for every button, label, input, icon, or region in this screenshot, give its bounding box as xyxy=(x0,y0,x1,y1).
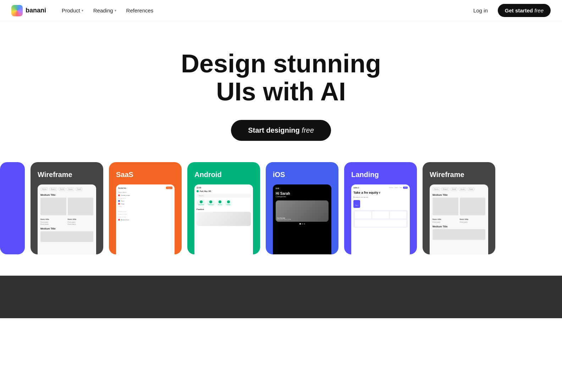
card-label-wireframe: Wireframe xyxy=(38,171,96,179)
card-wireframe2[interactable]: Wireframe HomeBoardSendAssetFeed Medium … xyxy=(423,162,495,254)
hero-section: Design stunning UIs with AI Start design… xyxy=(0,21,562,162)
nav-right: Log in Get started free xyxy=(468,4,551,17)
card-screen-android: 12:30 Park Way 185 Search... Dry food Ve… xyxy=(194,184,253,254)
logo-link[interactable]: banani xyxy=(11,5,46,16)
mock-landing: salto.// Product ▾ React ▾ Send Feed Tak… xyxy=(351,184,410,254)
mock-wireframe: HomeBoardSendAssetFeed Medium Title Item… xyxy=(38,184,96,254)
cta-button[interactable]: Get started free xyxy=(498,4,551,17)
hero-cta-button[interactable]: Start designing free xyxy=(231,120,331,141)
nav-links: Product ▾ Reading ▾ References xyxy=(57,5,158,16)
card-screen-landing: salto.// Product ▾ React ▾ Send Feed Tak… xyxy=(351,184,410,254)
card-label-ios: iOS xyxy=(273,171,331,179)
card-landing[interactable]: Landing salto.// Product ▾ React ▾ Send … xyxy=(344,162,417,254)
card-saas[interactable]: SaaS Acme Inc. Gary ▾ New client Similar… xyxy=(109,162,182,254)
card-wireframe[interactable]: Wireframe HomeBoardSendAssetFeed Medium … xyxy=(31,162,103,254)
card-screen-saas: Acme Inc. Gary ▾ New client Similar peop… xyxy=(116,184,175,254)
nav-reading[interactable]: Reading ▾ xyxy=(89,5,121,16)
card-screen-wireframe2: HomeBoardSendAssetFeed Medium Title Item… xyxy=(430,184,488,254)
card-label-landing: Landing xyxy=(351,171,410,179)
mock-ios: 9:41 Hi Sarah Categories Zoo Gundal Anim… xyxy=(273,184,331,254)
chevron-down-icon: ▾ xyxy=(82,9,83,12)
card-label-android: Android xyxy=(194,171,253,179)
chevron-down-icon: ▾ xyxy=(115,9,116,12)
mock-android: 12:30 Park Way 185 Search... Dry food Ve… xyxy=(194,184,253,254)
card-screen-ios: 9:41 Hi Sarah Categories Zoo Gundal Anim… xyxy=(273,184,331,254)
card-partial-left[interactable] xyxy=(0,162,25,254)
mock-saas: Acme Inc. Gary ▾ New client Similar peop… xyxy=(116,184,175,254)
mock-wireframe2: HomeBoardSendAssetFeed Medium Title Item… xyxy=(430,184,488,254)
card-label-wireframe2: Wireframe xyxy=(430,171,488,179)
logo-icon xyxy=(11,5,23,16)
footer xyxy=(0,276,562,318)
hero-title: Design stunning UIs with AI xyxy=(181,50,381,106)
nav-references[interactable]: References xyxy=(122,5,158,16)
cards-strip: Wireframe HomeBoardSendAssetFeed Medium … xyxy=(0,162,562,269)
nav-product[interactable]: Product ▾ xyxy=(57,5,88,16)
nav-left: banani Product ▾ Reading ▾ References xyxy=(11,5,158,16)
navbar: banani Product ▾ Reading ▾ References Lo… xyxy=(0,0,562,21)
login-button[interactable]: Log in xyxy=(468,5,494,16)
card-screen-wireframe: HomeBoardSendAssetFeed Medium Title Item… xyxy=(38,184,96,254)
logo-text: banani xyxy=(26,7,46,14)
card-android[interactable]: Android 12:30 Park Way 185 Search... Dry… xyxy=(187,162,260,254)
card-label-saas: SaaS xyxy=(116,171,175,179)
card-ios[interactable]: iOS 9:41 Hi Sarah Categories Zoo Gundal … xyxy=(266,162,338,254)
